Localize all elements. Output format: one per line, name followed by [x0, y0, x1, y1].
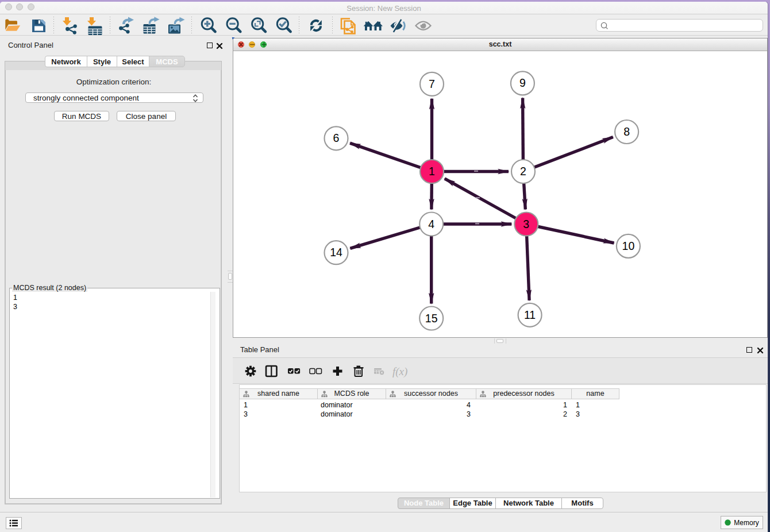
svg-text:f(x): f(x): [392, 365, 407, 378]
svg-text:4: 4: [428, 218, 434, 230]
svg-text:2: 2: [520, 165, 526, 178]
svg-text:11: 11: [524, 309, 536, 321]
svg-text:10: 10: [622, 240, 635, 252]
svg-text:3: 3: [523, 218, 529, 230]
svg-text:15: 15: [425, 312, 438, 325]
svg-text:14: 14: [330, 246, 342, 259]
svg-text:1: 1: [429, 165, 435, 178]
svg-text:8: 8: [623, 125, 630, 138]
svg-text:9: 9: [519, 76, 526, 89]
svg-text:7: 7: [429, 78, 435, 90]
svg-text:6: 6: [333, 132, 340, 144]
